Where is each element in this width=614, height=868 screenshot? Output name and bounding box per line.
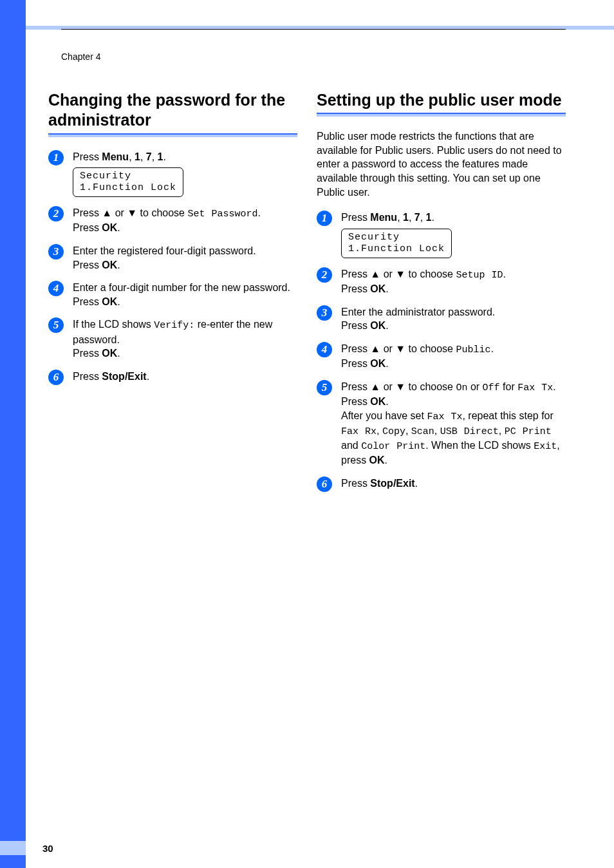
text: , <box>140 151 146 162</box>
text: for <box>500 381 518 392</box>
text: Press <box>341 320 370 331</box>
code-text: Color Print <box>361 441 425 452</box>
step-badge-1: 1 <box>317 211 332 226</box>
left-column: Changing the password for the administra… <box>48 90 297 501</box>
text: to choose <box>405 343 456 354</box>
text: , <box>377 425 382 436</box>
text: . <box>386 396 388 407</box>
text: . <box>117 259 120 270</box>
text: Press <box>341 358 370 369</box>
down-arrow-icon: ▼ <box>127 207 137 218</box>
code-text: Scan <box>411 426 434 437</box>
step-body: Press ▲ or ▼ to choose Set Password. Pre… <box>73 206 297 235</box>
page-number: 30 <box>42 843 53 854</box>
right-heading: Setting up the public user mode <box>317 90 566 110</box>
text: to choose <box>405 269 456 279</box>
text: Press <box>73 151 102 162</box>
up-arrow-icon: ▲ <box>370 269 380 279</box>
page-footer: 30 <box>0 841 53 855</box>
step-body: Press Menu, 1, 7, 1. Security 1.Function… <box>341 211 566 258</box>
text: to choose <box>405 381 456 392</box>
text: , <box>409 212 414 223</box>
text: or <box>380 381 395 392</box>
up-arrow-icon: ▲ <box>370 381 380 392</box>
step-badge-3: 3 <box>48 244 64 259</box>
text: Press <box>73 371 102 382</box>
text: Press <box>73 259 102 270</box>
heading-rule <box>317 113 566 117</box>
step-badge-1: 1 <box>48 150 64 165</box>
key-1: 1 <box>135 151 140 162</box>
text: Press <box>341 343 370 354</box>
ok-key: OK <box>102 222 117 233</box>
step-1: 1 Press Menu, 1, 7, 1. Security 1.Functi… <box>48 150 297 198</box>
text: or <box>380 269 395 279</box>
text: to choose <box>137 207 187 218</box>
code-text: Setup ID <box>456 270 503 281</box>
text: . <box>415 478 418 489</box>
text: . <box>117 222 120 233</box>
text: Press <box>341 478 370 489</box>
code-text: Fax Rx <box>341 426 377 437</box>
step-1: 1 Press Menu, 1, 7, 1. Security 1.Functi… <box>317 211 566 258</box>
code-text: Verify: <box>154 320 194 331</box>
code-text: Copy <box>382 426 405 437</box>
text: . <box>385 455 387 466</box>
step-5: 5 If the LCD shows Verify: re-enter the … <box>48 317 297 360</box>
lcd-display: Security 1.Function Lock <box>341 229 452 258</box>
step-body: Press ▲ or ▼ to choose Setup ID. Press O… <box>341 267 566 296</box>
ok-key: OK <box>102 348 117 359</box>
key-1: 1 <box>403 212 409 223</box>
step-6: 6 Press Stop/Exit. <box>48 370 297 385</box>
down-arrow-icon: ▼ <box>395 343 405 354</box>
page-content: Changing the password for the administra… <box>48 90 566 501</box>
lcd-display: Security 1.Function Lock <box>73 167 183 197</box>
step-badge-5: 5 <box>48 317 64 333</box>
step-5: 5 Press ▲ or ▼ to choose On or Off for F… <box>317 380 566 467</box>
step-body: Press Stop/Exit. <box>341 476 566 491</box>
text: Press <box>73 296 102 307</box>
heading-rule <box>48 133 297 137</box>
step-3: 3 Enter the administrator password. Pres… <box>317 305 566 333</box>
key-1b: 1 <box>158 151 163 162</box>
lcd-line2: 1.Function Lock <box>348 243 445 254</box>
text: Enter a four-digit number for the new pa… <box>73 281 297 295</box>
ok-key: OK <box>370 320 386 331</box>
text: , <box>129 151 135 162</box>
side-tab <box>0 0 26 868</box>
key-1b: 1 <box>426 212 432 223</box>
text: . <box>117 348 120 359</box>
down-arrow-icon: ▼ <box>395 269 405 279</box>
page-number-bar <box>0 841 26 855</box>
text: . <box>432 212 434 223</box>
ok-key: OK <box>370 396 386 407</box>
lcd-line1: Security <box>348 232 400 243</box>
intro-paragraph: Public user mode restricts the functions… <box>317 129 566 199</box>
text: . <box>257 207 260 218</box>
text: or <box>112 207 127 218</box>
text: If the LCD shows <box>73 319 154 330</box>
step-body: Press Menu, 1, 7, 1. Security 1.Function… <box>73 150 297 198</box>
step-body: If the LCD shows Verify: re-enter the ne… <box>73 317 297 360</box>
code-text: On <box>456 382 467 393</box>
step-badge-2: 2 <box>48 206 64 222</box>
up-arrow-icon: ▲ <box>370 343 380 354</box>
menu-key: Menu <box>370 212 397 223</box>
step-badge-4: 4 <box>317 342 332 357</box>
step-badge-2: 2 <box>317 267 332 283</box>
step-body: Press ▲ or ▼ to choose On or Off for Fax… <box>341 380 566 467</box>
code-text: Fax Tx <box>427 411 462 422</box>
code-text: PC Print <box>505 426 552 437</box>
ok-key: OK <box>102 259 117 270</box>
step-badge-5: 5 <box>317 380 332 395</box>
step-4: 4 Enter a four-digit number for the new … <box>48 281 297 308</box>
down-arrow-icon: ▼ <box>395 381 405 392</box>
ok-key: OK <box>369 455 385 466</box>
text: After you have set <box>341 410 427 421</box>
text: . When the LCD shows <box>425 440 534 451</box>
step-badge-6: 6 <box>317 476 332 492</box>
text: or <box>380 343 395 354</box>
up-arrow-icon: ▲ <box>102 207 112 218</box>
step-badge-3: 3 <box>317 305 332 321</box>
right-column: Setting up the public user mode Public u… <box>317 90 566 501</box>
